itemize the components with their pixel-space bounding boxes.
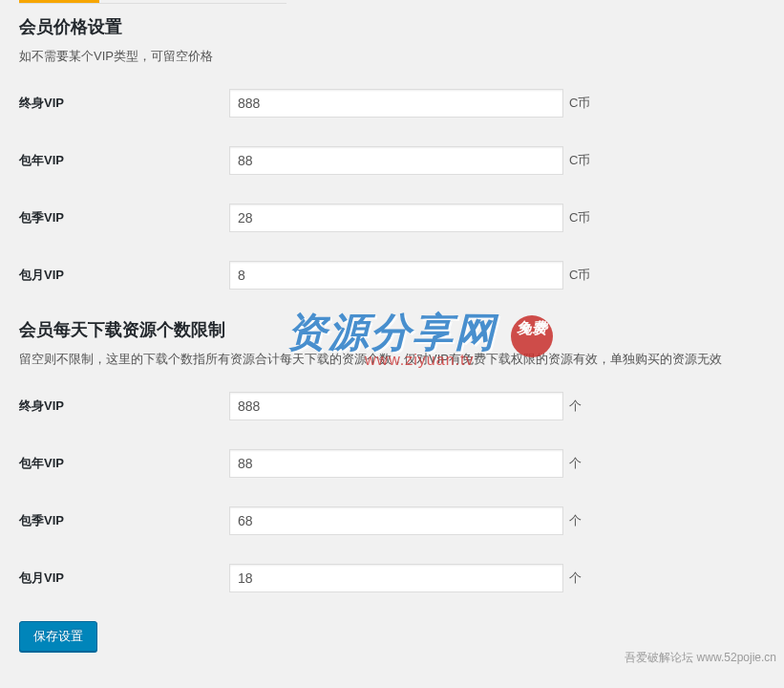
- label-monthly-vip: 包月VIP: [19, 267, 229, 284]
- save-button[interactable]: 保存设置: [19, 621, 97, 652]
- price-row-monthly: 包月VIP C币: [19, 261, 765, 290]
- limit-row-monthly: 包月VIP 个: [19, 564, 765, 592]
- input-monthly-vip-limit[interactable]: [229, 564, 563, 592]
- unit-count: 个: [569, 512, 582, 529]
- unit-currency: C币: [569, 209, 590, 226]
- label-yearly-vip: 包年VIP: [19, 152, 229, 169]
- input-yearly-vip-price[interactable]: [229, 146, 563, 175]
- section-description-price: 如不需要某个VIP类型，可留空价格: [19, 48, 765, 65]
- limit-row-lifetime: 终身VIP 个: [19, 392, 765, 420]
- label-lifetime-vip: 终身VIP: [19, 95, 229, 112]
- section-divider: [19, 0, 286, 4]
- price-row-lifetime: 终身VIP C币: [19, 89, 765, 118]
- footer-badge: 吾爱破解论坛 www.52pojie.cn: [625, 650, 776, 666]
- unit-count: 个: [569, 570, 582, 587]
- input-quarterly-vip-limit[interactable]: [229, 506, 563, 535]
- input-lifetime-vip-price[interactable]: [229, 89, 563, 118]
- section-description-limit: 留空则不限制，这里的下载个数指所有资源合计每天下载的资源个数，仅对VIP有免费下…: [19, 351, 765, 368]
- unit-count: 个: [569, 455, 582, 472]
- price-row-quarterly: 包季VIP C币: [19, 204, 765, 232]
- input-monthly-vip-price[interactable]: [229, 261, 563, 290]
- limit-row-quarterly: 包季VIP 个: [19, 506, 765, 535]
- label-quarterly-vip-limit: 包季VIP: [19, 512, 229, 529]
- input-lifetime-vip-limit[interactable]: [229, 392, 563, 420]
- label-yearly-vip-limit: 包年VIP: [19, 455, 229, 472]
- price-row-yearly: 包年VIP C币: [19, 146, 765, 175]
- input-quarterly-vip-price[interactable]: [229, 204, 563, 232]
- label-monthly-vip-limit: 包月VIP: [19, 570, 229, 587]
- section-title-limit: 会员每天下载资源个数限制: [19, 318, 765, 341]
- label-lifetime-vip-limit: 终身VIP: [19, 398, 229, 415]
- label-quarterly-vip: 包季VIP: [19, 209, 229, 226]
- section-title-price: 会员价格设置: [19, 15, 765, 38]
- unit-count: 个: [569, 398, 582, 415]
- unit-currency: C币: [569, 152, 590, 169]
- unit-currency: C币: [569, 267, 590, 284]
- limit-row-yearly: 包年VIP 个: [19, 449, 765, 478]
- unit-currency: C币: [569, 95, 590, 112]
- input-yearly-vip-limit[interactable]: [229, 449, 563, 478]
